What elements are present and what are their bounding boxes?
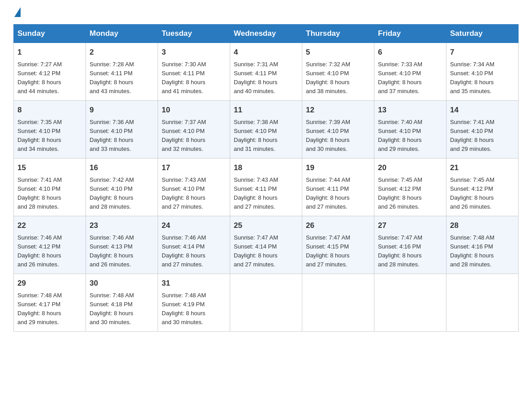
calendar-header-row: SundayMondayTuesdayWednesdayThursdayFrid… [14, 25, 519, 43]
day-number: 19 [306, 162, 370, 174]
day-number: 10 [162, 104, 226, 116]
calendar-day-cell [230, 274, 302, 332]
calendar-day-cell: 13Sunrise: 7:40 AMSunset: 4:10 PMDayligh… [374, 101, 446, 158]
day-info: Sunrise: 7:32 AMSunset: 4:10 PMDaylight:… [306, 60, 370, 96]
calendar-day-cell: 25Sunrise: 7:47 AMSunset: 4:14 PMDayligh… [230, 216, 302, 274]
day-info: Sunrise: 7:45 AMSunset: 4:12 PMDaylight:… [378, 176, 442, 212]
day-of-week-header: Friday [374, 25, 446, 43]
day-of-week-header: Thursday [302, 25, 374, 43]
day-number: 27 [378, 220, 442, 231]
day-number: 6 [378, 47, 442, 58]
day-number: 15 [17, 162, 82, 174]
day-info: Sunrise: 7:46 AMSunset: 4:14 PMDaylight:… [162, 233, 226, 270]
calendar-day-cell: 1Sunrise: 7:27 AMSunset: 4:12 PMDaylight… [14, 43, 86, 101]
day-info: Sunrise: 7:46 AMSunset: 4:12 PMDaylight:… [17, 233, 82, 270]
calendar-day-cell [374, 274, 446, 332]
day-info: Sunrise: 7:48 AMSunset: 4:18 PMDaylight:… [90, 291, 154, 327]
day-info: Sunrise: 7:41 AMSunset: 4:10 PMDaylight:… [17, 176, 82, 212]
calendar-day-cell: 28Sunrise: 7:48 AMSunset: 4:16 PMDayligh… [446, 216, 519, 274]
day-of-week-header: Monday [86, 25, 158, 43]
day-number: 30 [90, 278, 154, 289]
calendar-day-cell: 17Sunrise: 7:43 AMSunset: 4:10 PMDayligh… [158, 158, 230, 216]
calendar-day-cell: 16Sunrise: 7:42 AMSunset: 4:10 PMDayligh… [86, 158, 158, 216]
calendar-day-cell: 19Sunrise: 7:44 AMSunset: 4:11 PMDayligh… [302, 158, 374, 216]
calendar-week-row: 29Sunrise: 7:48 AMSunset: 4:17 PMDayligh… [14, 274, 519, 332]
calendar-day-cell: 6Sunrise: 7:33 AMSunset: 4:10 PMDaylight… [374, 43, 446, 101]
calendar-day-cell: 8Sunrise: 7:35 AMSunset: 4:10 PMDaylight… [14, 101, 86, 158]
day-info: Sunrise: 7:36 AMSunset: 4:10 PMDaylight:… [90, 118, 154, 154]
day-number: 25 [234, 220, 298, 231]
day-number: 17 [162, 162, 226, 174]
page-header [13, 9, 519, 15]
calendar-day-cell: 14Sunrise: 7:41 AMSunset: 4:10 PMDayligh… [446, 101, 519, 158]
day-info: Sunrise: 7:43 AMSunset: 4:10 PMDaylight:… [162, 176, 226, 212]
calendar-day-cell: 18Sunrise: 7:43 AMSunset: 4:11 PMDayligh… [230, 158, 302, 216]
day-info: Sunrise: 7:47 AMSunset: 4:16 PMDaylight:… [378, 233, 442, 270]
day-number: 28 [450, 220, 515, 231]
calendar-day-cell: 2Sunrise: 7:28 AMSunset: 4:11 PMDaylight… [86, 43, 158, 101]
calendar-day-cell: 11Sunrise: 7:38 AMSunset: 4:10 PMDayligh… [230, 101, 302, 158]
day-info: Sunrise: 7:31 AMSunset: 4:11 PMDaylight:… [234, 60, 298, 96]
calendar-week-row: 1Sunrise: 7:27 AMSunset: 4:12 PMDaylight… [14, 43, 519, 101]
day-number: 1 [17, 47, 82, 58]
calendar-table: SundayMondayTuesdayWednesdayThursdayFrid… [13, 24, 519, 332]
day-number: 8 [17, 104, 82, 116]
calendar-day-cell: 23Sunrise: 7:46 AMSunset: 4:13 PMDayligh… [86, 216, 158, 274]
day-info: Sunrise: 7:37 AMSunset: 4:10 PMDaylight:… [162, 118, 226, 154]
calendar-day-cell: 22Sunrise: 7:46 AMSunset: 4:12 PMDayligh… [14, 216, 86, 274]
day-info: Sunrise: 7:48 AMSunset: 4:17 PMDaylight:… [17, 291, 82, 327]
calendar-day-cell: 31Sunrise: 7:48 AMSunset: 4:19 PMDayligh… [158, 274, 230, 332]
day-number: 9 [90, 104, 154, 116]
calendar-day-cell: 5Sunrise: 7:32 AMSunset: 4:10 PMDaylight… [302, 43, 374, 101]
day-info: Sunrise: 7:30 AMSunset: 4:11 PMDaylight:… [162, 60, 226, 96]
day-info: Sunrise: 7:38 AMSunset: 4:10 PMDaylight:… [234, 118, 298, 154]
day-number: 23 [90, 220, 154, 231]
day-info: Sunrise: 7:43 AMSunset: 4:11 PMDaylight:… [234, 176, 298, 212]
day-info: Sunrise: 7:44 AMSunset: 4:11 PMDaylight:… [306, 176, 370, 212]
calendar-day-cell: 26Sunrise: 7:47 AMSunset: 4:15 PMDayligh… [302, 216, 374, 274]
day-number: 31 [162, 278, 226, 289]
day-info: Sunrise: 7:40 AMSunset: 4:10 PMDaylight:… [378, 118, 442, 154]
day-number: 13 [378, 104, 442, 116]
day-info: Sunrise: 7:48 AMSunset: 4:16 PMDaylight:… [450, 233, 515, 270]
calendar-day-cell: 21Sunrise: 7:45 AMSunset: 4:12 PMDayligh… [446, 158, 519, 216]
day-info: Sunrise: 7:45 AMSunset: 4:12 PMDaylight:… [450, 176, 515, 212]
day-number: 3 [162, 47, 226, 58]
calendar-day-cell [446, 274, 519, 332]
day-info: Sunrise: 7:35 AMSunset: 4:10 PMDaylight:… [17, 118, 82, 154]
day-info: Sunrise: 7:42 AMSunset: 4:10 PMDaylight:… [90, 176, 154, 212]
day-info: Sunrise: 7:39 AMSunset: 4:10 PMDaylight:… [306, 118, 370, 154]
calendar-day-cell: 15Sunrise: 7:41 AMSunset: 4:10 PMDayligh… [14, 158, 86, 216]
day-number: 2 [90, 47, 154, 58]
day-number: 7 [450, 47, 515, 58]
calendar-day-cell [302, 274, 374, 332]
day-info: Sunrise: 7:47 AMSunset: 4:15 PMDaylight:… [306, 233, 370, 270]
day-info: Sunrise: 7:48 AMSunset: 4:19 PMDaylight:… [162, 291, 226, 327]
calendar-day-cell: 9Sunrise: 7:36 AMSunset: 4:10 PMDaylight… [86, 101, 158, 158]
day-number: 16 [90, 162, 154, 174]
day-number: 14 [450, 104, 515, 116]
logo [13, 9, 21, 15]
day-number: 29 [17, 278, 82, 289]
day-info: Sunrise: 7:28 AMSunset: 4:11 PMDaylight:… [90, 60, 154, 96]
day-info: Sunrise: 7:41 AMSunset: 4:10 PMDaylight:… [450, 118, 515, 154]
day-number: 20 [378, 162, 442, 174]
calendar-day-cell: 27Sunrise: 7:47 AMSunset: 4:16 PMDayligh… [374, 216, 446, 274]
day-number: 11 [234, 104, 298, 116]
calendar-day-cell: 7Sunrise: 7:34 AMSunset: 4:10 PMDaylight… [446, 43, 519, 101]
calendar-week-row: 22Sunrise: 7:46 AMSunset: 4:12 PMDayligh… [14, 216, 519, 274]
day-number: 21 [450, 162, 515, 174]
day-number: 22 [17, 220, 82, 231]
calendar-day-cell: 12Sunrise: 7:39 AMSunset: 4:10 PMDayligh… [302, 101, 374, 158]
calendar-day-cell: 29Sunrise: 7:48 AMSunset: 4:17 PMDayligh… [14, 274, 86, 332]
day-info: Sunrise: 7:46 AMSunset: 4:13 PMDaylight:… [90, 233, 154, 270]
calendar-week-row: 15Sunrise: 7:41 AMSunset: 4:10 PMDayligh… [14, 158, 519, 216]
day-of-week-header: Tuesday [158, 25, 230, 43]
day-of-week-header: Saturday [446, 25, 519, 43]
day-info: Sunrise: 7:47 AMSunset: 4:14 PMDaylight:… [234, 233, 298, 270]
calendar-day-cell: 3Sunrise: 7:30 AMSunset: 4:11 PMDaylight… [158, 43, 230, 101]
day-number: 4 [234, 47, 298, 58]
calendar-day-cell: 24Sunrise: 7:46 AMSunset: 4:14 PMDayligh… [158, 216, 230, 274]
calendar-week-row: 8Sunrise: 7:35 AMSunset: 4:10 PMDaylight… [14, 101, 519, 158]
day-info: Sunrise: 7:33 AMSunset: 4:10 PMDaylight:… [378, 60, 442, 96]
